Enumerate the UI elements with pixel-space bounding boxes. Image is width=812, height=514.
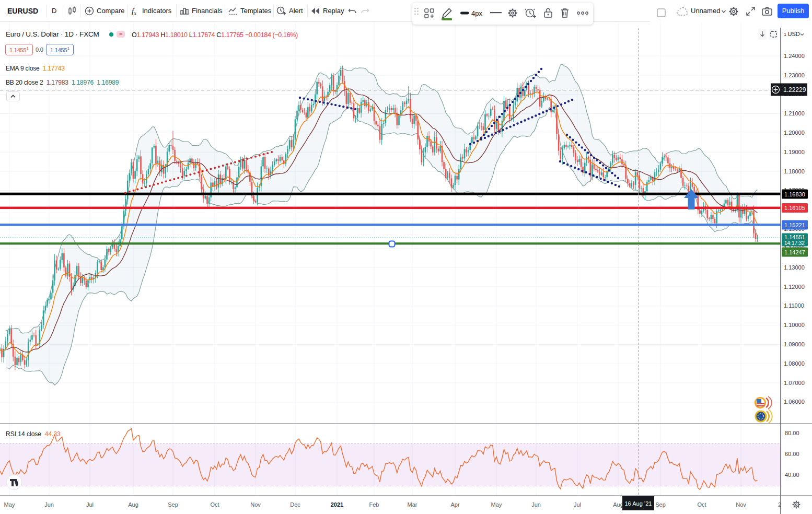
svg-text:1.14247: 1.14247 [784, 249, 805, 255]
svg-text:1.12000: 1.12000 [784, 284, 805, 290]
svg-text:1.18000: 1.18000 [784, 168, 805, 174]
svg-text:1.09000: 1.09000 [784, 341, 805, 347]
svg-text:1.10000: 1.10000 [784, 322, 805, 328]
svg-text:1.19000: 1.19000 [784, 149, 805, 155]
svg-text:1.24000: 1.24000 [784, 53, 805, 59]
svg-text:Oct: Oct [210, 501, 219, 508]
svg-text:Apr: Apr [450, 501, 459, 508]
svg-text:Jul: Jul [86, 501, 94, 508]
svg-text:Aug: Aug [128, 501, 138, 508]
svg-text:1.20000: 1.20000 [784, 130, 805, 136]
svg-text:Sep: Sep [655, 501, 666, 508]
svg-text:Nov: Nov [250, 501, 261, 508]
svg-text:1.13000: 1.13000 [784, 264, 805, 271]
svg-text:1.14551: 1.14551 [784, 234, 805, 240]
svg-text:Aug: Aug [613, 501, 623, 508]
svg-text:Jun: Jun [531, 501, 541, 508]
svg-text:1.22229: 1.22229 [783, 86, 806, 94]
svg-text:1.16830: 1.16830 [784, 191, 805, 197]
svg-text:Oct: Oct [697, 501, 706, 508]
svg-text:May: May [4, 501, 15, 508]
svg-text:Jul: Jul [574, 501, 581, 508]
svg-text:Feb: Feb [369, 501, 379, 508]
svg-text:Nov: Nov [736, 501, 746, 508]
svg-text:1.21000: 1.21000 [784, 110, 805, 116]
svg-text:1.07000: 1.07000 [784, 380, 805, 386]
svg-text:1.08000: 1.08000 [784, 360, 805, 367]
svg-text:1.23000: 1.23000 [784, 72, 805, 78]
svg-text:40.00: 40.00 [785, 472, 799, 478]
svg-text:16 Aug ’21: 16 Aug ’21 [625, 500, 652, 507]
svg-text:Mar: Mar [408, 501, 417, 508]
svg-text:Jun: Jun [44, 501, 54, 508]
svg-text:1.15221: 1.15221 [784, 222, 805, 228]
svg-text:May: May [491, 501, 502, 508]
svg-text:2: 2 [778, 501, 781, 508]
svg-text:60.00: 60.00 [785, 451, 799, 457]
svg-text:Dec: Dec [290, 501, 300, 508]
svg-text:1.11000: 1.11000 [784, 302, 804, 309]
svg-text:1.16105: 1.16105 [784, 205, 805, 211]
svg-text:Sep: Sep [168, 501, 178, 508]
svg-text:14:17:32: 14:17:32 [784, 240, 805, 246]
svg-text:80.00: 80.00 [785, 430, 799, 436]
svg-text:2021: 2021 [331, 501, 343, 508]
svg-text:1.06000: 1.06000 [784, 399, 805, 405]
